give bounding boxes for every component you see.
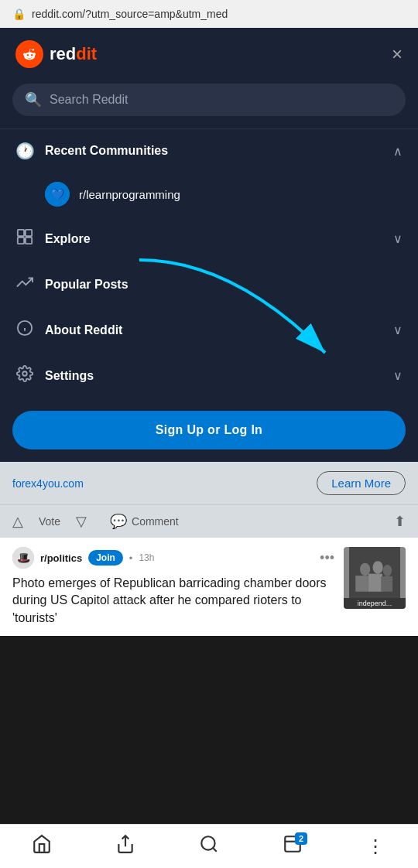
upvote-icon: △ (12, 513, 23, 530)
more-nav-button[interactable]: ⋮ (366, 836, 386, 857)
trending-icon (15, 274, 34, 295)
svg-rect-6 (26, 238, 32, 244)
share-nav-icon (115, 834, 135, 859)
svg-line-24 (213, 848, 217, 852)
about-chevron-icon: ∨ (393, 323, 403, 337)
subreddit-avatar-learnprogramming: 💙 (45, 182, 70, 207)
svg-point-10 (22, 371, 27, 376)
post-actions-bar: △ Vote ▽ 💬 Comment ⬆ (0, 504, 418, 538)
clock-icon: 🕐 (15, 142, 34, 160)
about-reddit-label: About Reddit (45, 323, 122, 337)
nav-item-recent-communities[interactable]: 🕐 Recent Communities ∧ (0, 129, 418, 173)
ad-source-label: forex4you.com (12, 477, 84, 490)
thumbnail-label: independ... (344, 598, 406, 609)
reddit-wordmark: reddit (50, 44, 97, 64)
post-options-button[interactable]: ••• (320, 550, 334, 566)
popular-posts-label: Popular Posts (45, 278, 128, 292)
share-button[interactable]: ⬆ (394, 513, 406, 530)
search-bar-container[interactable]: 🔍 (12, 84, 406, 116)
post-subreddit-name: r/politics (40, 552, 82, 564)
address-bar: 🔒 reddit.com/?utm_source=amp&utm_med (0, 0, 418, 28)
subreddit-name-learnprogramming: r/learnprogramming (79, 188, 180, 201)
upvote-button[interactable]: △ (12, 513, 23, 530)
svg-point-23 (201, 836, 214, 849)
comment-label: Comment (132, 515, 179, 528)
settings-label: Settings (45, 369, 94, 383)
settings-gear-icon (15, 365, 34, 386)
tab-count-badge: 2 (295, 832, 307, 845)
reddit-snoo-icon (15, 40, 43, 68)
search-input[interactable] (50, 93, 393, 107)
search-icon: 🔍 (25, 91, 42, 108)
bottom-nav: 2 ⋮ (0, 824, 418, 868)
more-dots-icon: ⋮ (366, 836, 386, 857)
home-icon (32, 834, 52, 859)
explore-icon (15, 228, 34, 249)
nav-item-explore[interactable]: Explore ∨ (0, 216, 418, 261)
ad-section: forex4you.com Learn More (0, 462, 418, 504)
nav-item-about-reddit[interactable]: About Reddit ∨ (0, 307, 418, 353)
join-subreddit-button[interactable]: Join (88, 550, 123, 566)
share-icon: ⬆ (394, 514, 406, 529)
svg-point-17 (373, 561, 383, 574)
chevron-up-icon: ∧ (393, 144, 403, 159)
post-meta: 🎩 r/politics Join • 13h ••• (12, 547, 334, 569)
explore-chevron-icon: ∨ (393, 231, 403, 246)
svg-text:🎩: 🎩 (17, 552, 31, 565)
post-title: Photo emerges of Republican barricading … (12, 575, 334, 627)
svg-rect-21 (381, 576, 392, 592)
subreddit-item-learnprogramming[interactable]: 💙 r/learnprogramming (0, 173, 418, 216)
share-nav-button[interactable] (115, 834, 135, 859)
downvote-button[interactable]: ▽ (76, 513, 87, 530)
svg-text:💙: 💙 (51, 188, 65, 201)
svg-rect-4 (26, 230, 32, 236)
home-nav-button[interactable] (32, 834, 52, 859)
sidebar-header: reddit × (0, 28, 418, 80)
search-nav-button[interactable] (199, 834, 219, 859)
svg-rect-20 (368, 574, 382, 592)
signup-login-button[interactable]: Sign Up or Log In (12, 411, 406, 449)
explore-label: Explore (45, 232, 91, 246)
post-time-separator: • (129, 552, 133, 564)
search-nav-icon (199, 834, 219, 859)
nav-section: 🕐 Recent Communities ∧ 💙 r/learnprogramm… (0, 128, 418, 398)
comment-button[interactable]: 💬 Comment (110, 513, 179, 530)
svg-point-18 (383, 565, 392, 576)
vote-label: Vote (39, 515, 60, 528)
reddit-logo: reddit (15, 40, 97, 68)
nav-item-settings[interactable]: Settings ∨ (0, 353, 418, 398)
svg-rect-3 (18, 230, 24, 236)
close-sidebar-button[interactable]: × (392, 45, 403, 63)
lock-icon: 🔒 (12, 8, 26, 20)
comment-icon: 💬 (110, 513, 127, 530)
post-card: 🎩 r/politics Join • 13h ••• Photo emerge… (0, 538, 418, 636)
svg-rect-5 (18, 238, 24, 244)
svg-rect-19 (355, 576, 368, 592)
post-subreddit-avatar: 🎩 (12, 547, 34, 569)
post-thumbnail: independ... (344, 547, 406, 609)
nav-item-popular-posts[interactable]: Popular Posts (0, 261, 418, 307)
tabs-nav-button[interactable]: 2 (283, 834, 303, 859)
settings-chevron-icon: ∨ (393, 368, 403, 383)
url-text: reddit.com/?utm_source=amp&utm_med (32, 8, 228, 20)
recent-communities-label: Recent Communities (45, 144, 168, 158)
downvote-icon: ▽ (76, 513, 87, 530)
sidebar: reddit × 🔍 🕐 Recent Communities ∧ 💙 (0, 28, 418, 462)
info-icon (15, 320, 34, 340)
post-timestamp: 13h (139, 552, 154, 563)
learn-more-button[interactable]: Learn More (317, 471, 406, 495)
